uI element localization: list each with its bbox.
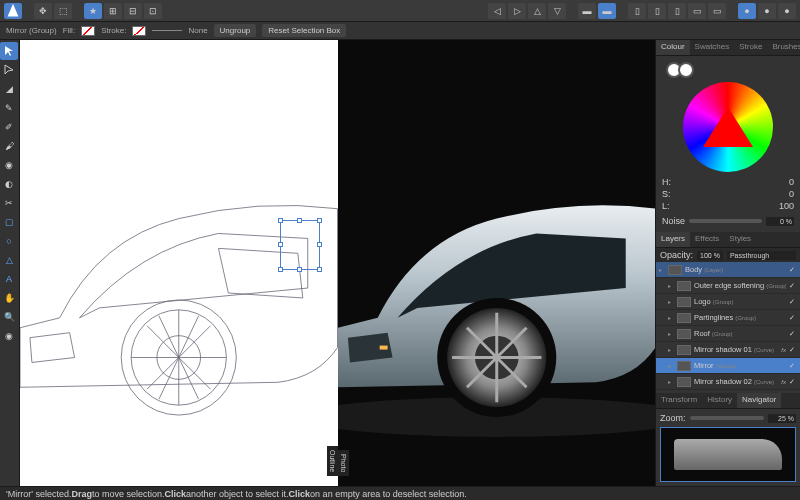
align-l-icon[interactable]: ▯	[628, 3, 646, 19]
visibility-checkbox[interactable]: ✓	[789, 378, 797, 386]
layer-name: Partinglines (Group)	[694, 313, 786, 322]
visibility-checkbox[interactable]: ✓	[789, 298, 797, 306]
tab-swatches[interactable]: Swatches	[690, 40, 735, 55]
layer-row[interactable]: ▸Mirror (Group)✓	[656, 358, 800, 374]
selection-bounding-box[interactable]	[280, 220, 320, 270]
visibility-checkbox[interactable]: ✓	[789, 314, 797, 322]
opacity-field[interactable]: 100 %	[697, 251, 723, 260]
bg-color-swatch[interactable]	[678, 62, 694, 78]
opacity-label: Opacity:	[660, 250, 693, 260]
reset-selection-button[interactable]: Reset Selection Box	[262, 24, 346, 37]
shape-ellipse-tool[interactable]: ○	[0, 232, 18, 250]
order-icon[interactable]: ▬	[578, 3, 596, 19]
expand-arrow-icon[interactable]: ▸	[668, 282, 674, 289]
align-r-icon[interactable]: ▯	[668, 3, 686, 19]
align-m-icon[interactable]: ▭	[708, 3, 726, 19]
zoom-value[interactable]: 25 %	[768, 414, 796, 423]
blend-mode-field[interactable]: Passthrough	[727, 251, 796, 260]
tab-navigator[interactable]: Navigator	[737, 393, 781, 408]
zoom-slider[interactable]	[690, 416, 764, 420]
tab-transform[interactable]: Transform	[656, 393, 702, 408]
expand-arrow-icon[interactable]: ▸	[659, 266, 665, 273]
expand-arrow-icon[interactable]: ▸	[668, 298, 674, 305]
canvas-area[interactable]: Outline Photo	[20, 40, 655, 486]
stroke-preset[interactable]: None	[188, 26, 207, 35]
lock-icon[interactable]: ⊡	[144, 3, 162, 19]
layers-header: Opacity: 100 % Passthrough	[656, 248, 800, 262]
noise-slider[interactable]	[689, 219, 762, 223]
zoom-label: Zoom:	[660, 413, 686, 423]
visibility-checkbox[interactable]: ✓	[789, 282, 797, 290]
node-tool[interactable]	[0, 61, 18, 79]
layer-row[interactable]: ▸Mirror shadow 01 (Curve)fx✓	[656, 342, 800, 358]
flip-h-icon[interactable]: ◁	[488, 3, 506, 19]
layer-name: Mirror (Group)	[694, 361, 786, 370]
tab-brushes[interactable]: Brushes	[767, 40, 800, 55]
brush-tool[interactable]: 🖌	[0, 137, 18, 155]
noise-value[interactable]: 0 %	[766, 217, 794, 226]
zoom-tool[interactable]: 🔍	[0, 308, 18, 326]
tools-panel: ◢ ✎ ✐ 🖌 ◉ ◐ ✂ ▢ ○ △ A ✋ 🔍 ◉	[0, 40, 20, 486]
persona2-icon[interactable]: ●	[758, 3, 776, 19]
layer-row[interactable]: ▸Body (Layer)✓	[656, 262, 800, 278]
layer-icon[interactable]: ▬	[598, 3, 616, 19]
fill-label: Fill:	[63, 26, 75, 35]
flip-v-icon[interactable]: ▷	[508, 3, 526, 19]
visibility-checkbox[interactable]: ✓	[789, 266, 797, 274]
expand-arrow-icon[interactable]: ▸	[668, 378, 674, 385]
stroke-width-preview[interactable]	[152, 30, 182, 31]
fill-swatch[interactable]	[81, 26, 95, 36]
rotate2-icon[interactable]: ▽	[548, 3, 566, 19]
align-c-icon[interactable]: ▯	[648, 3, 666, 19]
outline-tab[interactable]: Outline	[327, 446, 338, 476]
corner-tool[interactable]: ◢	[0, 80, 18, 98]
align-t-icon[interactable]: ▭	[688, 3, 706, 19]
guides-icon[interactable]: ⊟	[124, 3, 142, 19]
color-wheel[interactable]	[683, 82, 773, 172]
shape-rect-tool[interactable]: ▢	[0, 213, 18, 231]
tab-colour[interactable]: Colour	[656, 40, 690, 55]
persona3-icon[interactable]: ●	[778, 3, 796, 19]
navigator-preview[interactable]	[660, 427, 796, 482]
grid-icon[interactable]: ⊞	[104, 3, 122, 19]
expand-arrow-icon[interactable]: ▸	[668, 362, 674, 369]
tab-stroke[interactable]: Stroke	[734, 40, 767, 55]
expand-arrow-icon[interactable]: ▸	[668, 346, 674, 353]
move-tool[interactable]	[0, 42, 18, 60]
hand-tool[interactable]: ✋	[0, 289, 18, 307]
move-tool-icon[interactable]: ✥	[34, 3, 52, 19]
layer-row[interactable]: ▸Roof (Group)✓	[656, 326, 800, 342]
layer-row[interactable]: ▸Mirror shadow 02 (Curve)fx✓	[656, 374, 800, 390]
transparency-tool[interactable]: ◐	[0, 175, 18, 193]
layer-row[interactable]: ▸Partinglines (Group)✓	[656, 310, 800, 326]
layer-thumbnail	[677, 329, 691, 339]
visibility-checkbox[interactable]: ✓	[789, 330, 797, 338]
color-picker-tool[interactable]: ◉	[0, 327, 18, 345]
tab-effects[interactable]: Effects	[690, 232, 724, 247]
layer-row[interactable]: ▸Logo (Group)✓	[656, 294, 800, 310]
canvas-outline-view[interactable]: Outline	[20, 40, 338, 486]
expand-arrow-icon[interactable]: ▸	[668, 314, 674, 321]
tab-layers[interactable]: Layers	[656, 232, 690, 247]
shape-tri-tool[interactable]: △	[0, 251, 18, 269]
crop-tool[interactable]: ✂	[0, 194, 18, 212]
snap-icon[interactable]: ★	[84, 3, 102, 19]
rotate-icon[interactable]: △	[528, 3, 546, 19]
tab-styles[interactable]: Styles	[724, 232, 756, 247]
ungroup-button[interactable]: Ungroup	[214, 24, 257, 37]
persona1-icon[interactable]: ●	[738, 3, 756, 19]
photo-tab[interactable]: Photo	[338, 450, 349, 476]
fill-tool[interactable]: ◉	[0, 156, 18, 174]
tab-history[interactable]: History	[702, 393, 737, 408]
visibility-checkbox[interactable]: ✓	[789, 362, 797, 370]
visibility-checkbox[interactable]: ✓	[789, 346, 797, 354]
node-tool-icon[interactable]: ⬚	[54, 3, 72, 19]
text-tool[interactable]: A	[0, 270, 18, 288]
pen-tool[interactable]: ✎	[0, 99, 18, 117]
app-logo-icon[interactable]	[4, 3, 22, 19]
canvas-render-view[interactable]: Photo	[338, 40, 656, 486]
expand-arrow-icon[interactable]: ▸	[668, 330, 674, 337]
pencil-tool[interactable]: ✐	[0, 118, 18, 136]
layer-row[interactable]: ▸Outer edge softening (Group)✓	[656, 278, 800, 294]
stroke-swatch[interactable]	[132, 26, 146, 36]
